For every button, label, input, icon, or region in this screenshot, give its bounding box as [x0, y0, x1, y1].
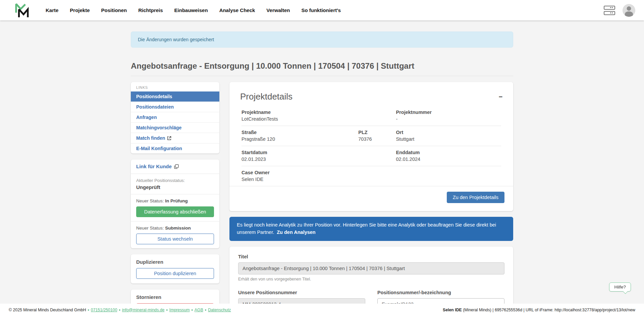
footer-separator: •	[205, 308, 206, 312]
enddatum-label: Enddatum	[396, 150, 501, 155]
nav-item-verwalten[interactable]: Verwalten	[266, 7, 290, 13]
footer-user-suffix: (Mineral Minds) | 69576255536d | URL of …	[462, 308, 635, 312]
nav-item-richtpreis[interactable]: Richtpreis	[138, 7, 163, 13]
project-row-dates: Startdatum 02.01.2023 Enddatum 02.01.202…	[241, 146, 501, 166]
projektnummer-value: -	[396, 116, 501, 122]
links-card: LINKS Positionsdetails Positionsdateien …	[131, 82, 219, 153]
project-row-name: Projektname LotCreationTests Projektnumm…	[241, 106, 501, 126]
help-button[interactable]: Hilfe?	[609, 282, 631, 292]
footer: © 2025 Mineral Minds Deutschland GmbH • …	[0, 304, 644, 316]
duplicate-card: Duplizieren Position duplizieren	[131, 254, 219, 283]
footer-copyright: © 2025 Mineral Minds Deutschland GmbH	[9, 308, 86, 312]
projektname-value: LotCreationTests	[241, 116, 396, 122]
topbar-right	[604, 4, 635, 17]
current-status-value: Ungeprüft	[136, 184, 214, 190]
footer-user: Selen IDE	[443, 308, 462, 312]
goto-project-details-button[interactable]: Zu den Projektdetails	[447, 192, 504, 203]
sidebar-item-email-konfiguration[interactable]: E-Mail Konfiguration	[131, 143, 219, 153]
duplicate-position-button[interactable]: Position duplizieren	[136, 268, 214, 279]
new-status-row-1: Neuer Status: In Prüfung	[136, 198, 214, 203]
main-nav: Karte Projekte Positionen Richtpreis Ein…	[46, 7, 341, 13]
cancel-title: Stornieren	[136, 294, 214, 300]
sidebar: LINKS Positionsdetails Positionsdateien …	[131, 82, 219, 316]
nav-item-so-funktionierts[interactable]: So funktioniert's	[301, 7, 341, 13]
sidebar-item-positionsdateien[interactable]: Positionsdateien	[131, 102, 219, 112]
nav-item-einbauweisen[interactable]: Einbauweisen	[174, 7, 208, 13]
nav-item-positionen[interactable]: Positionen	[101, 7, 127, 13]
top-navigation-bar: Karte Projekte Positionen Richtpreis Ein…	[0, 0, 644, 20]
sidebar-item-matchingvorschlaege[interactable]: Matchingvorschläge	[131, 122, 219, 133]
alert-message: Die Änderungen wurden gespeichert	[138, 37, 214, 42]
footer-email-link[interactable]: info@mineral-minds.de	[122, 308, 165, 312]
nav-item-projekte[interactable]: Projekte	[70, 7, 90, 13]
strasse-value: Pragstraße 120	[241, 136, 358, 142]
nav-item-analyse-check[interactable]: Analyse Check	[219, 7, 255, 13]
titel-helper: Erhält den von uns vorgegebenen Titel.	[238, 277, 504, 281]
user-avatar-icon[interactable]	[623, 4, 635, 17]
save-success-alert: Die Änderungen wurden gespeichert	[131, 31, 513, 48]
new-status-value: In Prüfung	[165, 198, 188, 203]
footer-left: © 2025 Mineral Minds Deutschland GmbH • …	[9, 308, 231, 312]
projektname-label: Projektname	[241, 110, 396, 115]
projektnummer-label: Projektnummer	[396, 110, 501, 115]
ort-label: Ort	[396, 130, 501, 135]
server-stack-icon[interactable]	[604, 5, 615, 16]
new-status-value: Submission	[165, 226, 191, 231]
title-divider	[131, 76, 513, 76]
status-card: Link für Kunde Aktueller Positionsstatus…	[131, 160, 219, 248]
footer-separator: •	[192, 308, 193, 312]
case-owner-label: Case Owner	[241, 170, 501, 175]
goto-analyses-link[interactable]: Zu den Analysen	[277, 230, 315, 235]
positionsnummer-label: Positionsnummer/-bezeichnung	[377, 290, 504, 295]
switch-status-button[interactable]: Status wechseln	[136, 234, 214, 244]
sidebar-item-label: Positionsdetails	[136, 94, 172, 99]
footer-separator: •	[88, 308, 89, 312]
nav-item-karte[interactable]: Karte	[46, 7, 58, 13]
enddatum-value: 02.01.2024	[396, 156, 501, 162]
mineral-minds-logo[interactable]	[14, 2, 30, 19]
main-content: Projektdetails – Projektname LotCreation…	[229, 82, 513, 316]
titel-label: Titel	[238, 254, 504, 259]
links-header: LINKS	[131, 82, 219, 91]
page-title: Angebotsanfrage - Entsorgung | 10.000 To…	[131, 61, 513, 71]
collapse-icon[interactable]: –	[497, 91, 504, 101]
new-status-row-2: Neuer Status: Submission	[136, 226, 214, 231]
analytics-banner-message: Es liegt noch keine Analytik zu Ihrer Po…	[237, 222, 496, 235]
footer-separator: •	[119, 308, 120, 312]
project-row-address: Straße Pragstraße 120 PLZ 70376 Ort Stut…	[241, 126, 501, 146]
external-link-icon	[167, 136, 171, 140]
strasse-label: Straße	[241, 130, 358, 135]
plz-label: PLZ	[358, 130, 396, 135]
finish-data-entry-button[interactable]: Datenerfassung abschließen	[136, 206, 214, 217]
startdatum-label: Startdatum	[241, 150, 396, 155]
footer-agb-link[interactable]: AGB	[195, 308, 203, 312]
copy-icon	[174, 164, 179, 169]
footer-separator: •	[166, 308, 167, 312]
sidebar-item-label: Anfragen	[136, 115, 157, 120]
current-status-label: Aktueller Positionsstatus:	[136, 178, 214, 183]
footer-impressum-link[interactable]: Impressum	[169, 308, 190, 312]
project-details-title: Projektdetails	[240, 91, 292, 102]
project-details-card: Projektdetails – Projektname LotCreation…	[229, 82, 513, 211]
duplicate-title: Duplizieren	[136, 259, 214, 265]
new-status-label: Neuer Status:	[136, 198, 164, 203]
case-owner-value: Selen IDE	[241, 177, 501, 182]
analytics-banner: Es liegt noch keine Analytik zu Ihrer Po…	[229, 217, 513, 241]
unsere-positionsnummer-label: Unsere Positionsnummer	[238, 290, 365, 295]
sidebar-item-positionsdetails[interactable]: Positionsdetails	[131, 91, 219, 102]
titel-input	[238, 262, 504, 274]
new-status-label: Neuer Status:	[136, 226, 164, 231]
project-row-owner: Case Owner Selen IDE	[241, 166, 501, 186]
startdatum-value: 02.01.2023	[241, 156, 396, 162]
sidebar-item-label: Match finden	[136, 135, 165, 141]
customer-link[interactable]: Link für Kunde	[136, 164, 179, 169]
sidebar-item-match-finden[interactable]: Match finden	[131, 133, 219, 143]
sidebar-item-label: Matchingvorschläge	[136, 125, 181, 130]
footer-phone-link[interactable]: 07151/250100	[91, 308, 117, 312]
sidebar-item-anfragen[interactable]: Anfragen	[131, 112, 219, 122]
footer-datenschutz-link[interactable]: Datenschutz	[208, 308, 231, 312]
plz-value: 70376	[358, 136, 396, 142]
footer-session-info: Selen IDE (Mineral Minds) | 69576255536d…	[443, 308, 635, 312]
sidebar-item-label: Positionsdateien	[136, 104, 174, 110]
ort-value: Stuttgart	[396, 136, 501, 142]
